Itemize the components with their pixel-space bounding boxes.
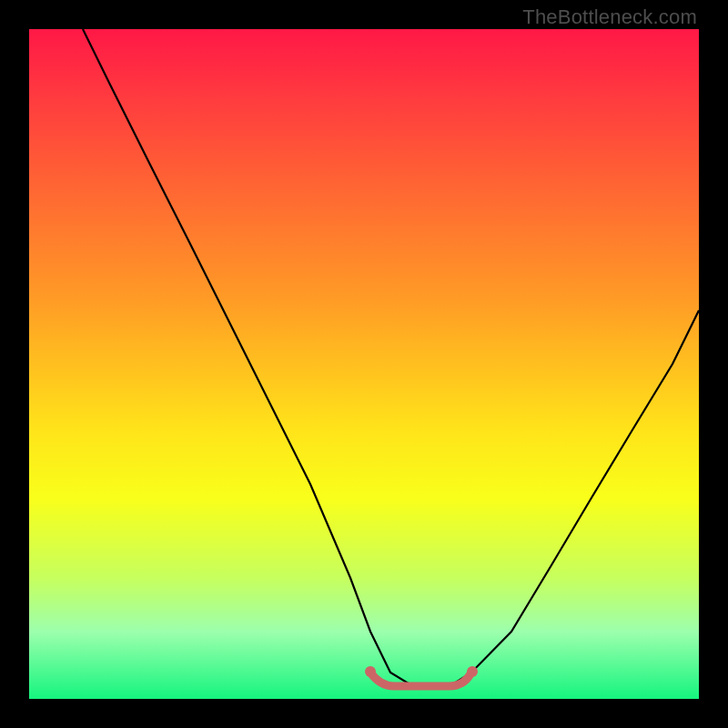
highlight-start-dot — [365, 666, 376, 677]
highlight-end-dot — [467, 666, 478, 677]
flat-bottom-highlight — [370, 672, 471, 686]
chart-svg — [29, 29, 699, 699]
chart-plot-area — [29, 29, 699, 699]
chart-frame: TheBottleneck.com — [0, 0, 728, 728]
bottleneck-curve-line — [83, 29, 699, 685]
watermark-text: TheBottleneck.com — [522, 5, 697, 29]
